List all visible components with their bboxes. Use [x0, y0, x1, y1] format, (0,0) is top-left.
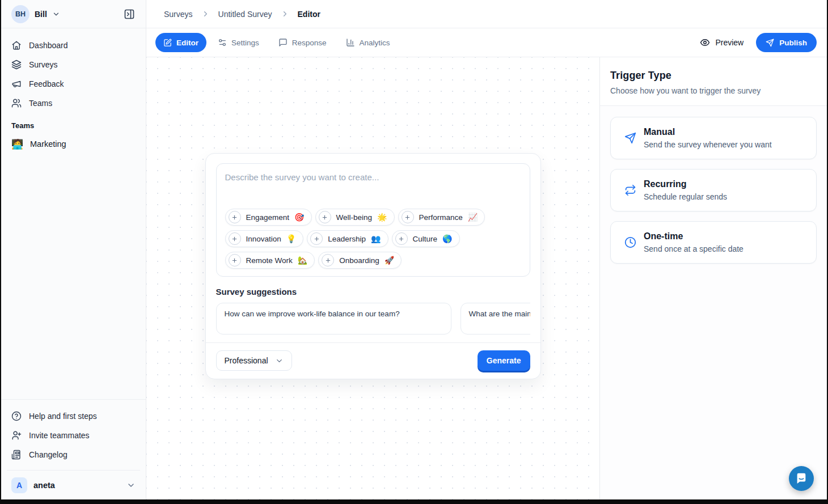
tab-label: Editor	[176, 39, 198, 47]
chat-launcher-button[interactable]	[789, 466, 814, 491]
composer-footer: Professional Generate	[206, 342, 540, 379]
breadcrumb-surveys[interactable]: Surveys	[164, 10, 193, 19]
trigger-option-recurring[interactable]: Recurring Schedule regular sends	[610, 169, 817, 211]
plus-icon	[229, 211, 241, 223]
help-circle-icon	[11, 411, 22, 421]
prompt-placeholder: Describe the survey you want to create..…	[225, 172, 521, 182]
publish-button[interactable]: Publish	[756, 33, 817, 52]
tab-label: Response	[292, 39, 327, 47]
tab-settings[interactable]: Settings	[210, 33, 267, 52]
topic-emoji: 🌟	[377, 213, 387, 222]
option-title: Recurring	[644, 179, 727, 189]
topic-label: Leadership	[328, 235, 366, 243]
topic-chip-leadership[interactable]: Leadership👥	[307, 230, 388, 247]
teams-section-label: Teams	[1, 113, 146, 132]
tab-label: Settings	[231, 39, 259, 47]
editor-canvas: Describe the survey you want to create..…	[146, 57, 600, 499]
trigger-option-manual[interactable]: Manual Send the survey whenever you want	[610, 117, 817, 159]
sidebar-item-changelog[interactable]: Changelog	[7, 445, 140, 464]
tab-response[interactable]: Response	[271, 33, 335, 52]
send-icon	[624, 132, 636, 144]
trigger-panel-header: Trigger Type Choose how you want to trig…	[600, 57, 827, 106]
tone-value: Professional	[225, 356, 268, 365]
sidebar-item-label: Teams	[29, 99, 52, 108]
sidebar-item-label: Surveys	[29, 60, 58, 69]
tab-bar: Editor Settings Response Analytics Previ…	[146, 28, 827, 57]
chat-smile-icon	[795, 472, 808, 485]
plus-icon	[322, 254, 334, 266]
sidebar-team-marketing[interactable]: 🧑‍💻 Marketing	[7, 134, 140, 154]
layers-icon	[11, 60, 22, 70]
sidebar-item-help[interactable]: Help and first steps	[7, 406, 140, 426]
workspace-user-button[interactable]: A aneta	[7, 470, 140, 499]
option-description: Send once at a specific date	[644, 244, 743, 253]
topic-chip-well-being[interactable]: Well-being🌟	[315, 209, 395, 226]
tab-editor[interactable]: Editor	[155, 33, 206, 52]
suggestion-card[interactable]: What are the main ob	[461, 303, 530, 334]
topic-label: Engagement	[246, 213, 290, 222]
megaphone-icon	[11, 79, 22, 89]
user-avatar: A	[11, 477, 27, 493]
team-label: Marketing	[30, 139, 66, 149]
survey-prompt-input[interactable]: Describe the survey you want to create..…	[216, 163, 530, 277]
chevron-right-icon	[281, 10, 289, 18]
trigger-options: Manual Send the survey whenever you want…	[600, 106, 827, 274]
topic-label: Performance	[419, 213, 463, 222]
user-plus-icon	[11, 430, 22, 441]
suggestions-row: How can we improve work-life balance in …	[216, 303, 530, 334]
publish-label: Publish	[779, 39, 807, 47]
sidebar-item-invite[interactable]: Invite teammates	[7, 426, 140, 445]
sidebar-item-dashboard[interactable]: Dashboard	[7, 36, 140, 55]
sidebar-nav: Dashboard Surveys Feedback Teams	[1, 28, 146, 113]
breadcrumb: Surveys Untitled Survey Editor	[146, 0, 827, 28]
user-name: aneta	[33, 481, 55, 490]
suggestions-title: Survey suggestions	[216, 287, 530, 297]
plus-icon	[402, 211, 414, 223]
bar-chart-icon	[346, 38, 355, 47]
sidebar-item-teams[interactable]: Teams	[7, 94, 140, 113]
newspaper-icon	[11, 450, 22, 460]
preview-label: Preview	[715, 38, 743, 47]
sidebar-item-label: Changelog	[29, 450, 67, 459]
sidebar-item-feedback[interactable]: Feedback	[7, 74, 140, 94]
topic-emoji: 🚀	[385, 256, 394, 265]
avatar: BH	[11, 5, 29, 23]
trigger-option-one-time[interactable]: One-time Send once at a specific date	[610, 221, 817, 264]
sidebar-header: BH Bill	[1, 0, 146, 28]
chat-bubble-icon	[278, 38, 288, 47]
panel-toggle-icon	[124, 9, 135, 20]
topic-label: Onboarding	[339, 256, 379, 265]
users-icon	[11, 98, 22, 108]
topic-label: Culture	[413, 235, 438, 243]
topic-chip-performance[interactable]: Performance📈	[398, 209, 485, 226]
generate-button[interactable]: Generate	[478, 350, 530, 371]
sidebar-item-surveys[interactable]: Surveys	[7, 55, 140, 74]
topic-chip-engagement[interactable]: Engagement🎯	[225, 209, 312, 226]
repeat-icon	[624, 184, 636, 196]
topic-chip-innovation[interactable]: Innovation💡	[225, 230, 304, 247]
sidebar-toggle-button[interactable]	[121, 6, 138, 23]
account-name[interactable]: Bill	[35, 10, 47, 19]
sidebar-item-label: Dashboard	[29, 41, 68, 50]
topic-label: Innovation	[246, 235, 281, 243]
suggestion-card[interactable]: How can we improve work-life balance in …	[216, 303, 451, 334]
send-icon	[766, 39, 774, 47]
topic-chip-culture[interactable]: Culture🌎	[392, 230, 460, 247]
topic-label: Well-being	[336, 213, 373, 222]
topic-chip-remote-work[interactable]: Remote Work🏡	[225, 252, 315, 269]
topic-label: Remote Work	[246, 256, 293, 265]
option-description: Send the survey whenever you want	[644, 140, 772, 149]
tab-analytics[interactable]: Analytics	[338, 33, 398, 52]
trigger-type-panel: Trigger Type Choose how you want to trig…	[600, 57, 827, 499]
option-title: Manual	[644, 127, 772, 137]
edit-icon	[163, 39, 172, 47]
plus-icon	[395, 232, 408, 245]
sidebar-item-label: Help and first steps	[29, 412, 97, 421]
tone-select[interactable]: Professional	[216, 350, 292, 371]
chevron-down-icon[interactable]	[52, 10, 60, 18]
topic-emoji: 💡	[286, 234, 296, 243]
plus-icon	[310, 232, 323, 245]
topic-chip-onboarding[interactable]: Onboarding🚀	[318, 252, 402, 269]
breadcrumb-untitled-survey[interactable]: Untitled Survey	[218, 10, 272, 19]
preview-button[interactable]: Preview	[693, 37, 750, 48]
